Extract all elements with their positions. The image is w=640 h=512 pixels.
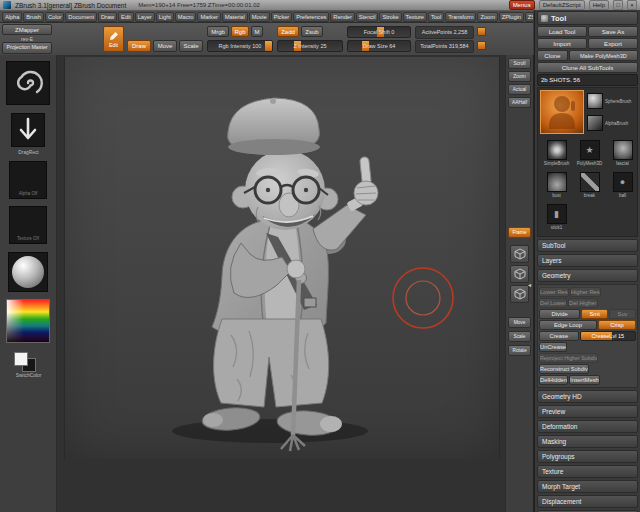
draw-size-slider[interactable]: Draw Size 64 [347,40,411,52]
menu-transform[interactable]: Transform [445,12,476,22]
panel-collapse-grip[interactable]: ◂ [526,280,533,290]
default-zscript-button[interactable]: DefaultZScript [539,0,585,10]
rgb-intensity-slider[interactable]: Rgb Intensity 100 [207,40,273,52]
texture-thumbnail[interactable]: Texture Off [9,206,47,244]
menu-color[interactable]: Color [45,12,64,22]
persp-cube-icon[interactable] [510,245,529,263]
menus-button[interactable]: Menus [509,0,535,10]
del-hidden-button[interactable]: DelHidden [539,375,568,385]
reconstruct-subdiv-button[interactable]: Reconstruct Subdiv [539,364,589,374]
section-masking[interactable]: Masking [537,435,638,448]
zsub-button[interactable]: Zsub [301,26,323,37]
tool-item[interactable]: ● ball [607,172,638,198]
crease-lvl-slider[interactable]: CreaseLvl 15 [580,331,636,341]
material-thumbnail[interactable] [8,252,48,292]
section-geometry[interactable]: Geometry [537,269,638,282]
menu-marker[interactable]: Marker [197,12,220,22]
menu-zplugin[interactable]: ZPlugin [499,12,524,22]
tool-item[interactable]: fascial [607,140,638,166]
zmapper-button[interactable]: ZMapper [2,24,52,35]
menu-edit[interactable]: Edit [118,12,134,22]
reproject-higher-subdiv-button[interactable]: Reproject Higher Subdiv [539,353,598,363]
draw-button[interactable]: Draw [127,40,151,52]
window-maximize-icon[interactable]: □ [613,0,623,10]
section-morph-target[interactable]: Morph Target [537,480,638,493]
make-polymesh3d-button[interactable]: Make PolyMesh3D [569,50,638,61]
section-displacement[interactable]: Displacement [537,495,638,508]
help-button[interactable]: Help [589,0,609,10]
menu-document[interactable]: Document [65,12,97,22]
menu-layer[interactable]: Layer [135,12,155,22]
smt-toggle[interactable]: Smt [581,309,608,319]
menu-zoom[interactable]: Zoom [477,12,497,22]
del-lower-button[interactable]: Del Lower [539,298,567,308]
zadd-button[interactable]: Zadd [277,26,299,37]
window-close-icon[interactable]: × [627,0,637,10]
tool-palette-header[interactable]: Tool [537,11,638,25]
rotate-nav-button[interactable]: Rotate [508,345,531,356]
current-brush-thumbnail[interactable] [6,61,50,105]
divide-button[interactable]: Divide [539,309,580,319]
import-button[interactable]: Import [537,38,587,49]
focal-shift-slider[interactable]: Focal Shift 0 [347,26,411,38]
scale-button[interactable]: Scale [179,40,203,52]
current-tool-thumbnail[interactable] [540,90,584,134]
projection-master-button[interactable]: Projection Master [2,42,52,54]
section-layers[interactable]: Layers [537,254,638,267]
tool-item[interactable]: SphereBrush [587,93,640,109]
section-polygroups[interactable]: Polygroups [537,450,638,463]
menu-tool[interactable]: Tool [428,12,444,22]
move-nav-button[interactable]: Move [508,317,531,328]
menu-brush[interactable]: Brush [23,12,44,22]
menu-stroke[interactable]: Stroke [379,12,401,22]
switch-color-label[interactable]: SwitchColor [0,373,57,378]
tool-item[interactable]: break [574,172,605,198]
higher-res-button[interactable]: Higher Res [570,287,601,297]
menu-draw[interactable]: Draw [98,12,117,22]
scroll-button[interactable]: Scroll [508,58,531,69]
scale-nav-button[interactable]: Scale [508,331,531,342]
tool-item[interactable]: bust [541,172,572,198]
clone-button[interactable]: Clone [537,50,568,61]
suv-toggle[interactable]: Suv [609,309,636,319]
aahalf-button[interactable]: AAHalf [508,97,531,108]
uncrease-button[interactable]: UnCrease [539,342,567,352]
menu-alpha[interactable]: Alpha [2,12,22,22]
tool-item[interactable]: ▮ stick1 [541,204,572,230]
z-intensity-slider[interactable]: Z Intensity 25 [277,40,343,52]
crisp-toggle[interactable]: Crisp [598,320,636,330]
menu-preferences[interactable]: Preferences [293,12,329,22]
tool-item[interactable]: AlphaBrush [587,115,640,131]
menu-stencil[interactable]: Stencil [356,12,379,22]
zoom-button[interactable]: Zoom [508,71,531,82]
save-as-button[interactable]: Save As [588,26,638,37]
shelf-indicator-icon[interactable] [477,41,486,50]
section-geometry-hd[interactable]: Geometry HD [537,390,638,403]
clone-all-subtools-button[interactable]: Clone All SubTools [537,62,638,73]
menu-movie[interactable]: Movie [249,12,270,22]
load-tool-button[interactable]: Load Tool [537,26,587,37]
move-button[interactable]: Move [153,40,177,52]
sculpt-document[interactable] [64,57,500,459]
section-preview[interactable]: Preview [537,405,638,418]
menu-render[interactable]: Render [330,12,354,22]
crease-button[interactable]: Crease [539,331,579,341]
menu-picker[interactable]: Picker [271,12,293,22]
export-button[interactable]: Export [588,38,638,49]
section-texture[interactable]: Texture [537,465,638,478]
menu-macro[interactable]: Macro [175,12,197,22]
actual-button[interactable]: Actual [508,84,531,95]
primary-color-swatch[interactable] [14,352,28,366]
alpha-thumbnail[interactable]: Alpha Off [9,161,47,199]
rgb-button[interactable]: Rgb [231,26,249,37]
shelf-indicator-icon[interactable] [477,27,486,36]
mrgb-button[interactable]: Mrgb [207,26,229,37]
insert-mesh-button[interactable]: InsertMesh [569,375,600,385]
frame-button[interactable]: Frame [508,227,531,238]
menu-zscript[interactable]: ZScript [525,12,533,22]
menu-texture[interactable]: Texture [403,12,427,22]
tool-item[interactable]: ★ PolyMesh3D [574,140,605,166]
edge-loop-button[interactable]: Edge Loop [539,320,597,330]
section-deformation[interactable]: Deformation [537,420,638,433]
section-subtool[interactable]: SubTool [537,239,638,252]
